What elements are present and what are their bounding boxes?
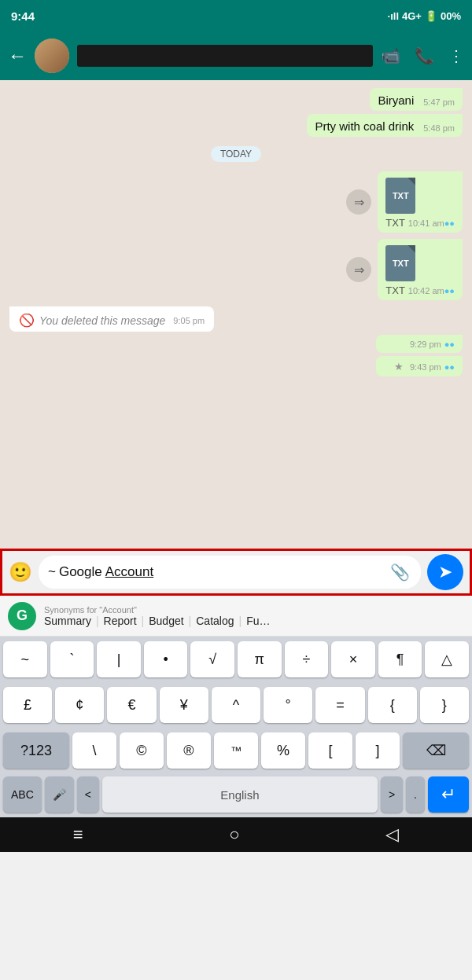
nav-home-icon[interactable]: ○ bbox=[229, 824, 239, 845]
suggestion-header: Synonyms for "Account" bbox=[44, 605, 270, 615]
nav-back-icon[interactable]: ◁ bbox=[385, 824, 399, 845]
top-bar: ← 📹 📞 ⋮ bbox=[0, 31, 472, 80]
greater-than-key[interactable]: > bbox=[381, 776, 403, 813]
key-pi[interactable]: π bbox=[238, 641, 282, 677]
keyboard-row-3: ?123 \ © ® ™ % [ ] ⌫ bbox=[0, 728, 472, 773]
msg-time: 5:48 pm bbox=[423, 123, 455, 133]
forward-icon-2: ⇒ bbox=[346, 257, 371, 282]
signal-icon: ·ıll bbox=[388, 10, 399, 22]
phone-call-icon[interactable]: 📞 bbox=[415, 46, 434, 65]
read-status-2: ●● bbox=[444, 362, 455, 372]
avatar[interactable] bbox=[35, 39, 69, 73]
deleted-icon: 🚫 bbox=[19, 313, 35, 328]
key-lbrace[interactable]: { bbox=[368, 687, 417, 723]
enter-key[interactable]: ↵ bbox=[428, 776, 469, 813]
sent-empty-2: ★ 9:43 pm ●● bbox=[376, 356, 463, 376]
send-button[interactable]: ➤ bbox=[427, 554, 463, 590]
space-key[interactable]: English bbox=[102, 776, 378, 813]
msg-time-2: 10:42 am bbox=[408, 286, 444, 295]
send-icon: ➤ bbox=[438, 562, 452, 582]
mic-key[interactable]: 🎤 bbox=[45, 776, 74, 813]
read-status-1: ●● bbox=[444, 340, 455, 349]
sent-empty-1: 9:29 pm ●● bbox=[376, 335, 463, 353]
key-registered[interactable]: ® bbox=[167, 732, 211, 769]
status-bar: 9:44 ·ıll 4G+ 🔋 00% bbox=[0, 0, 472, 31]
key-num-toggle[interactable]: ?123 bbox=[3, 732, 69, 769]
suggestion-summary[interactable]: Summary bbox=[44, 615, 91, 627]
msg-status-dot2: ●● bbox=[444, 286, 455, 295]
forward-icon: ⇒ bbox=[346, 189, 371, 215]
key-rbrace[interactable]: } bbox=[420, 687, 469, 723]
input-text-tilde: ~ bbox=[48, 564, 56, 580]
nav-menu-icon[interactable]: ≡ bbox=[73, 824, 83, 845]
backspace-key[interactable]: ⌫ bbox=[403, 732, 469, 769]
key-pipe[interactable]: | bbox=[97, 641, 141, 677]
period-key[interactable]: . bbox=[406, 776, 425, 813]
txt-file-icon: TXT bbox=[385, 178, 415, 214]
less-than-key[interactable]: < bbox=[77, 776, 99, 813]
msg-status-dot1: ●● bbox=[444, 218, 455, 228]
msg-time-4: 9:43 pm bbox=[410, 362, 441, 372]
key-backslash[interactable]: \ bbox=[72, 732, 116, 769]
suggestion-budget[interactable]: Budget bbox=[149, 615, 183, 627]
key-trademark[interactable]: ™ bbox=[214, 732, 258, 769]
key-rbracket[interactable]: ] bbox=[356, 732, 400, 769]
keyboard-row-2: £ ¢ € ¥ ^ ° = { } bbox=[0, 682, 472, 728]
key-cent[interactable]: ¢ bbox=[55, 687, 104, 723]
input-text-google: Google bbox=[59, 564, 102, 580]
deleted-message: 🚫 You deleted this message 9:05 pm bbox=[9, 306, 214, 332]
grammarly-letter: G bbox=[17, 607, 28, 624]
deleted-text: You deleted this message bbox=[39, 314, 165, 327]
more-options-icon[interactable]: ⋮ bbox=[448, 46, 464, 65]
key-triangle[interactable]: △ bbox=[425, 641, 469, 677]
key-tilde[interactable]: ~ bbox=[3, 641, 47, 677]
key-degree[interactable]: ° bbox=[264, 687, 312, 723]
keyboard-row-1: ~ ` | • √ π ÷ × ¶ △ bbox=[0, 637, 472, 682]
file-label-2: TXT bbox=[385, 284, 405, 296]
key-percent[interactable]: % bbox=[261, 732, 305, 769]
file-message-2: TXT TXT 10:42 am ●● bbox=[378, 239, 463, 300]
input-text-account: Account bbox=[105, 564, 153, 580]
status-time: 9:44 bbox=[11, 9, 35, 23]
file-message-1: TXT TXT 10:41 am ●● bbox=[378, 171, 463, 233]
txt-file-icon-2: TXT bbox=[385, 245, 415, 281]
battery-icon: 🔋 bbox=[425, 10, 437, 22]
key-euro[interactable]: € bbox=[107, 687, 156, 723]
key-yen[interactable]: ¥ bbox=[160, 687, 208, 723]
key-divide[interactable]: ÷ bbox=[285, 641, 329, 677]
chat-area: Biryani 5:47 pm Prty with coal drink 5:4… bbox=[0, 80, 472, 549]
key-pound[interactable]: £ bbox=[3, 687, 52, 723]
chat-messages: Biryani 5:47 pm Prty with coal drink 5:4… bbox=[0, 80, 472, 384]
keyboard: ~ ` | • √ π ÷ × ¶ △ £ ¢ € ¥ ^ ° = { } ?1… bbox=[0, 637, 472, 817]
key-check[interactable]: √ bbox=[190, 641, 234, 677]
keyboard-bottom-row: ABC 🎤 < English > . ↵ bbox=[0, 773, 472, 817]
grammarly-icon: G bbox=[8, 602, 36, 630]
abc-key[interactable]: ABC bbox=[3, 776, 42, 813]
attach-icon[interactable]: 📎 bbox=[390, 563, 410, 582]
suggestion-more[interactable]: Fu… bbox=[246, 615, 270, 627]
key-copyright[interactable]: © bbox=[120, 732, 164, 769]
msg-time: 10:41 am bbox=[408, 218, 444, 228]
key-multiply[interactable]: × bbox=[331, 641, 375, 677]
key-lbracket[interactable]: [ bbox=[308, 732, 352, 769]
key-equals[interactable]: = bbox=[315, 687, 364, 723]
suggestion-bar: G Synonyms for "Account" Summary | Repor… bbox=[0, 596, 472, 637]
key-bullet[interactable]: • bbox=[144, 641, 188, 677]
message-biryani: Biryani 5:47 pm bbox=[370, 88, 463, 111]
message-input[interactable]: ~Google Account 📎 bbox=[39, 556, 421, 589]
msg-time-3: 9:29 pm bbox=[410, 340, 441, 349]
key-paragraph[interactable]: ¶ bbox=[378, 641, 422, 677]
suggestion-report[interactable]: Report bbox=[104, 615, 137, 627]
key-caret[interactable]: ^ bbox=[212, 687, 260, 723]
msg-text: Prty with coal drink bbox=[315, 119, 414, 133]
emoji-button[interactable]: 🙂 bbox=[9, 561, 32, 583]
message-prty: Prty with coal drink 5:48 pm bbox=[307, 114, 463, 137]
back-button[interactable]: ← bbox=[8, 45, 27, 67]
video-call-icon[interactable]: 📹 bbox=[381, 46, 400, 65]
msg-text: Biryani bbox=[378, 94, 414, 107]
key-backtick[interactable]: ` bbox=[50, 641, 94, 677]
battery-level: 00% bbox=[441, 10, 461, 22]
top-action-icons: 📹 📞 ⋮ bbox=[381, 46, 464, 65]
suggestion-catalog[interactable]: Catalog bbox=[196, 615, 234, 627]
nav-bar: ≡ ○ ◁ bbox=[0, 817, 472, 852]
